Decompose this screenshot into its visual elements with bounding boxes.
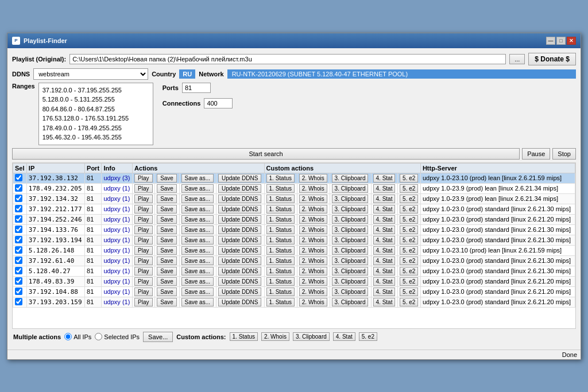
row-checkbox[interactable]: [15, 195, 22, 202]
row-custom-3-button[interactable]: 3. Clipboard: [332, 257, 369, 265]
row-update-ddns-button[interactable]: Update DDNS: [218, 267, 261, 275]
row-checkbox[interactable]: [15, 267, 22, 274]
row-custom-2-button[interactable]: 2. Whois: [299, 215, 327, 224]
row-play-button[interactable]: Play: [134, 236, 152, 244]
row-custom-4-button[interactable]: 4. Stat: [373, 174, 396, 183]
donate-button[interactable]: $ Donate $: [528, 53, 576, 65]
row-checkbox[interactable]: [15, 215, 22, 223]
row-save-button[interactable]: Save: [157, 246, 177, 255]
row-custom-5-button[interactable]: 5. e2: [400, 288, 418, 296]
row-custom-1-button[interactable]: 1. Status: [266, 298, 295, 306]
row-custom-4-button[interactable]: 4. Stat: [373, 257, 396, 265]
row-custom-4-button[interactable]: 4. Stat: [373, 298, 396, 306]
row-save-button[interactable]: Save: [157, 277, 177, 286]
row-play-button[interactable]: Play: [134, 215, 152, 224]
row-custom-3-button[interactable]: 3. Clipboard: [332, 288, 369, 296]
row-update-ddns-button[interactable]: Update DDNS: [218, 277, 261, 286]
row-custom-5-button[interactable]: 5. e2: [400, 246, 418, 255]
row-update-ddns-button[interactable]: Update DDNS: [218, 215, 261, 224]
row-custom-2-button[interactable]: 2. Whois: [299, 267, 327, 275]
row-custom-1-button[interactable]: 1. Status: [266, 267, 295, 275]
row-custom-3-button[interactable]: 3. Clipboard: [332, 195, 369, 203]
row-save-button[interactable]: Save: [157, 257, 177, 265]
selected-ips-radio[interactable]: [95, 333, 102, 340]
multi-status-button[interactable]: 1. Status: [230, 332, 258, 341]
row-custom-5-button[interactable]: 5. e2: [400, 195, 418, 203]
row-update-ddns-button[interactable]: Update DDNS: [218, 298, 261, 306]
multi-clipboard-button[interactable]: 3. Clipboard: [293, 332, 330, 341]
row-save-button[interactable]: Save: [157, 205, 177, 214]
row-custom-4-button[interactable]: 4. Stat: [373, 236, 396, 244]
row-update-ddns-button[interactable]: Update DDNS: [218, 246, 261, 255]
row-save-button[interactable]: Save: [157, 267, 177, 275]
row-custom-2-button[interactable]: 2. Whois: [299, 184, 327, 193]
row-save-button[interactable]: Save: [157, 288, 177, 296]
row-save-as--button[interactable]: Save as...: [181, 215, 214, 224]
row-custom-4-button[interactable]: 4. Stat: [373, 184, 396, 193]
row-custom-3-button[interactable]: 3. Clipboard: [332, 277, 369, 286]
row-custom-2-button[interactable]: 2. Whois: [299, 246, 327, 255]
row-custom-4-button[interactable]: 4. Stat: [373, 288, 396, 296]
expand-button[interactable]: ...: [509, 54, 525, 64]
all-ips-radio[interactable]: [64, 333, 72, 340]
minimize-button[interactable]: —: [546, 37, 555, 45]
row-custom-2-button[interactable]: 2. Whois: [299, 288, 327, 296]
row-custom-4-button[interactable]: 4. Stat: [373, 246, 396, 255]
row-custom-5-button[interactable]: 5. e2: [400, 277, 418, 286]
row-custom-2-button[interactable]: 2. Whois: [299, 205, 327, 214]
row-custom-3-button[interactable]: 3. Clipboard: [332, 174, 369, 183]
row-play-button[interactable]: Play: [134, 205, 152, 214]
row-custom-5-button[interactable]: 5. e2: [400, 267, 418, 275]
row-custom-5-button[interactable]: 5. e2: [400, 184, 418, 193]
row-custom-5-button[interactable]: 5. e2: [400, 205, 418, 214]
row-play-button[interactable]: Play: [134, 288, 152, 296]
row-custom-1-button[interactable]: 1. Status: [266, 174, 295, 183]
row-custom-1-button[interactable]: 1. Status: [266, 205, 295, 214]
multi-stat-button[interactable]: 4. Stat: [333, 332, 355, 341]
row-save-as--button[interactable]: Save as...: [181, 205, 214, 214]
row-play-button[interactable]: Play: [134, 277, 152, 286]
row-custom-5-button[interactable]: 5. e2: [400, 298, 418, 306]
row-custom-4-button[interactable]: 4. Stat: [373, 195, 396, 203]
row-save-button[interactable]: Save: [157, 298, 177, 306]
row-custom-1-button[interactable]: 1. Status: [266, 288, 295, 296]
row-custom-1-button[interactable]: 1. Status: [266, 195, 295, 203]
row-custom-5-button[interactable]: 5. e2: [400, 226, 418, 234]
row-play-button[interactable]: Play: [134, 226, 152, 234]
row-custom-2-button[interactable]: 2. Whois: [299, 298, 327, 306]
row-play-button[interactable]: Play: [134, 184, 152, 193]
row-checkbox[interactable]: [15, 257, 22, 264]
row-custom-4-button[interactable]: 4. Stat: [373, 277, 396, 286]
row-custom-2-button[interactable]: 2. Whois: [299, 236, 327, 244]
row-custom-3-button[interactable]: 3. Clipboard: [332, 267, 369, 275]
row-custom-2-button[interactable]: 2. Whois: [299, 257, 327, 265]
row-checkbox[interactable]: [15, 277, 22, 285]
maximize-button[interactable]: □: [556, 37, 566, 45]
row-custom-1-button[interactable]: 1. Status: [266, 215, 295, 224]
row-save-button[interactable]: Save: [157, 184, 177, 193]
row-save-as--button[interactable]: Save as...: [181, 277, 214, 286]
row-save-as--button[interactable]: Save as...: [181, 236, 214, 244]
row-play-button[interactable]: Play: [134, 195, 152, 203]
row-custom-1-button[interactable]: 1. Status: [266, 236, 295, 244]
row-custom-5-button[interactable]: 5. e2: [400, 215, 418, 224]
row-update-ddns-button[interactable]: Update DDNS: [218, 236, 261, 244]
row-custom-2-button[interactable]: 2. Whois: [299, 174, 327, 183]
start-search-button[interactable]: Start search: [12, 148, 520, 160]
row-custom-5-button[interactable]: 5. e2: [400, 257, 418, 265]
row-custom-3-button[interactable]: 3. Clipboard: [332, 184, 369, 193]
row-custom-3-button[interactable]: 3. Clipboard: [332, 236, 369, 244]
row-save-button[interactable]: Save: [157, 215, 177, 224]
row-custom-2-button[interactable]: 2. Whois: [299, 277, 327, 286]
row-save-as--button[interactable]: Save as...: [181, 226, 214, 234]
row-play-button[interactable]: Play: [134, 257, 152, 265]
row-save-as--button[interactable]: Save as...: [181, 195, 214, 203]
row-custom-4-button[interactable]: 4. Stat: [373, 226, 396, 234]
row-custom-1-button[interactable]: 1. Status: [266, 246, 295, 255]
row-play-button[interactable]: Play: [134, 174, 152, 183]
row-checkbox[interactable]: [15, 205, 22, 212]
row-custom-4-button[interactable]: 4. Stat: [373, 267, 396, 275]
ddns-select[interactable]: webstream: [33, 68, 148, 80]
row-save-as--button[interactable]: Save as...: [181, 288, 214, 296]
row-custom-4-button[interactable]: 4. Stat: [373, 205, 396, 214]
